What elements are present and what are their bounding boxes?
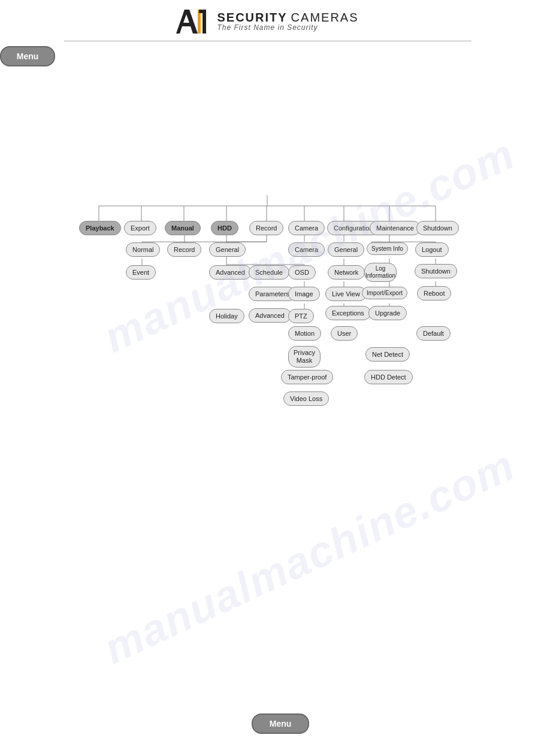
- menu2-title: Menu: [252, 714, 309, 734]
- logo-security-label: SECURITY: [217, 11, 287, 24]
- d1-maintenance[interactable]: Maintenance: [370, 221, 421, 235]
- d1-shutdown[interactable]: Shutdown: [416, 221, 459, 235]
- d1-shutdown-sub[interactable]: Shutdown: [415, 264, 457, 278]
- d1-sysinfo[interactable]: System Info: [367, 242, 408, 255]
- a1-logo-icon: [176, 7, 212, 36]
- diagram1-lines: [0, 46, 535, 321]
- d1-camera-sub[interactable]: Camera: [288, 242, 325, 257]
- d1-schedule[interactable]: Schedule: [249, 265, 289, 280]
- d1-playback[interactable]: Playback: [79, 221, 121, 235]
- d1-camera[interactable]: Camera: [288, 221, 325, 235]
- d1-logout[interactable]: Logout: [415, 242, 449, 257]
- d1-advanced-rec[interactable]: Advanced: [209, 265, 252, 280]
- d1-upgrade[interactable]: Upgrade: [368, 306, 407, 320]
- menu1-title: Menu: [0, 46, 55, 66]
- d1-normal[interactable]: Normal: [126, 242, 160, 257]
- d1-advanced-cam[interactable]: Advanced: [249, 308, 291, 323]
- d1-importexport[interactable]: Import/Export: [362, 287, 407, 299]
- logo-text: SECURITY CAMERAS The First Name in Secur…: [217, 11, 358, 32]
- d1-event[interactable]: Event: [126, 265, 156, 280]
- d1-export[interactable]: Export: [124, 221, 156, 235]
- header-divider: [64, 41, 471, 41]
- diagram1-section: Menu Playback Export Manual HDD Record C…: [0, 46, 535, 321]
- d1-liveview[interactable]: Live View: [325, 287, 367, 301]
- d1-record-sub[interactable]: Record: [167, 242, 201, 257]
- d1-network[interactable]: Network: [328, 265, 365, 280]
- logo: SECURITY CAMERAS The First Name in Secur…: [176, 7, 358, 36]
- d1-general-cfg[interactable]: General: [328, 242, 364, 257]
- logo-cameras-label: CAMERAS: [291, 11, 359, 24]
- d1-record[interactable]: Record: [249, 221, 283, 235]
- d1-osd[interactable]: OSD: [288, 265, 316, 280]
- diagram2-section: Menu Playback Export Manual HDD Record C…: [0, 333, 535, 669]
- d1-ptz[interactable]: PTZ: [288, 309, 314, 323]
- d1-loginfo[interactable]: Log Information: [364, 263, 397, 282]
- header: SECURITY CAMERAS The First Name in Secur…: [0, 0, 535, 46]
- logo-tagline: The First Name in Security: [217, 24, 358, 32]
- diagram2-lines: [0, 333, 535, 669]
- svg-rect-4: [199, 10, 206, 13]
- d1-image[interactable]: Image: [288, 287, 320, 301]
- d1-manual[interactable]: Manual: [165, 221, 201, 235]
- d1-exceptions[interactable]: Exceptions: [325, 306, 371, 320]
- d1-hdd[interactable]: HDD: [211, 221, 238, 235]
- d1-reboot[interactable]: Reboot: [417, 286, 451, 300]
- d1-holiday[interactable]: Holiday: [209, 309, 244, 323]
- d1-general[interactable]: General: [209, 242, 246, 257]
